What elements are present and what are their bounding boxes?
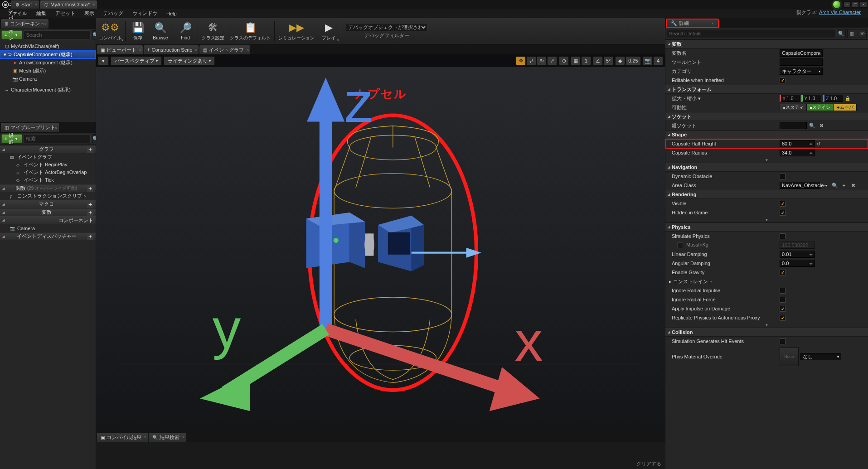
visible-checkbox[interactable] <box>780 201 786 207</box>
tab-find-results[interactable]: 🔍 結果検索 × <box>149 433 186 442</box>
area-class-dropdown[interactable]: NavArea_Obstacle <box>780 182 820 189</box>
class-defaults-button[interactable]: 📋 クラスのデフォルト <box>227 18 273 44</box>
bp-item-beginplay[interactable]: ◇ イベント BeginPlay <box>0 161 96 169</box>
tab-construction[interactable]: ƒ Construction Scrip × <box>144 45 199 54</box>
search-socket-icon[interactable]: 🔍 <box>809 122 816 129</box>
variable-name-input[interactable] <box>780 49 823 57</box>
view-options-icon[interactable]: 👁 <box>858 29 867 38</box>
save-button[interactable]: 💾 保存 <box>126 18 149 44</box>
close-icon[interactable]: × <box>35 2 37 7</box>
sim-hit-events-checkbox[interactable] <box>780 338 786 344</box>
bp-section-macros[interactable]: マクロ+ <box>0 200 96 208</box>
bp-section-dispatchers[interactable]: イベントディスパッチャー+ <box>0 232 96 240</box>
find-button[interactable]: 🔎 Find <box>174 18 197 44</box>
bp-item-camera[interactable]: 📷 Camera <box>0 224 96 232</box>
menu-view[interactable]: 表示 <box>80 10 99 17</box>
category-navigation[interactable]: Navigation <box>665 163 868 172</box>
category-transform[interactable]: トランスフォーム <box>665 85 868 94</box>
simulate-physics-checkbox[interactable] <box>780 233 786 239</box>
add-dispatcher-icon[interactable]: + <box>87 233 93 240</box>
ignore-radial-impulse-checkbox[interactable] <box>780 288 786 294</box>
tooltip-input[interactable] <box>780 58 823 66</box>
tab-viewport[interactable]: ▣ ビューポート × <box>97 45 143 54</box>
component-movement[interactable]: ↔ CharacterMovement (継承) <box>0 86 96 94</box>
tab-eventgraph[interactable]: ▤ イベントグラフ × <box>199 45 250 54</box>
menu-window[interactable]: ウィンドウ <box>128 10 162 17</box>
category-variable[interactable]: 変数 <box>665 39 868 48</box>
use-selected-icon[interactable]: ← <box>822 182 829 189</box>
bp-item-tick[interactable]: ◇ イベント Tick <box>0 176 96 184</box>
component-arrow[interactable]: ➤ ArrowComponent (継承) <box>0 58 96 67</box>
dynamic-obstacle-checkbox[interactable] <box>780 174 786 179</box>
ignore-radial-force-checkbox[interactable] <box>780 297 786 303</box>
category-shape[interactable]: Shape <box>665 130 868 139</box>
close-icon[interactable]: × <box>247 48 249 52</box>
replicate-physics-checkbox[interactable] <box>780 315 786 321</box>
category-dropdown[interactable]: キャラクター <box>780 68 823 75</box>
bp-section-variables[interactable]: 変数+ <box>0 208 96 216</box>
editable-inherited-checkbox[interactable] <box>780 77 786 83</box>
expand-physics-icon[interactable]: ▼ <box>665 322 868 328</box>
myblueprint-panel-tab[interactable]: ◫ マイブループリント × <box>1 123 59 133</box>
component-capsule[interactable]: ▾ ⬭ CapsuleComponent (継承) <box>0 50 96 58</box>
mobility-movable[interactable]: ✦ ムーバ <box>834 104 856 111</box>
bp-section-graphs[interactable]: グラフ+ <box>0 145 96 153</box>
close-icon[interactable]: × <box>93 2 95 7</box>
tab-compile-results[interactable]: ▣ コンパイル結果 × <box>97 433 148 442</box>
mobility-stationary[interactable]: ● ステイシ <box>807 104 834 111</box>
clear-asset-icon[interactable]: ✖ <box>849 182 857 189</box>
search-blueprint-input[interactable] <box>24 134 91 143</box>
apply-impulse-damage-checkbox[interactable] <box>780 306 786 312</box>
add-macro-icon[interactable]: + <box>87 201 93 208</box>
minimize-button[interactable]: – <box>844 1 851 8</box>
browse-button[interactable]: 🔍 Browse <box>149 18 172 44</box>
scale-z-input[interactable]: Z1.0 <box>823 95 843 102</box>
window-tab-asset[interactable]: ⬡ MyArchVisChara* × <box>40 0 97 9</box>
add-function-icon[interactable]: + <box>87 185 93 192</box>
close-icon[interactable]: × <box>139 48 141 52</box>
compile-button[interactable]: ⚙⚙ コンパイル <box>96 18 124 44</box>
menu-help[interactable]: Help <box>162 11 181 16</box>
expand-rendering-icon[interactable]: ▼ <box>665 217 868 222</box>
scale-x-input[interactable]: X1.0 <box>780 95 800 102</box>
label-scale[interactable]: 拡大・縮小 ▾ <box>669 95 780 102</box>
phys-material-thumbnail[interactable]: None <box>780 347 799 366</box>
category-rendering[interactable]: Rendering <box>665 190 868 199</box>
lock-icon[interactable]: 🔒 <box>845 96 850 101</box>
close-icon[interactable]: × <box>44 22 47 26</box>
details-panel-tab[interactable]: 🔧 詳細 × <box>666 19 718 28</box>
component-self[interactable]: ⬡ MyArchVisChara(self) <box>0 42 96 50</box>
parent-socket-input[interactable] <box>780 122 807 129</box>
linear-damping-input[interactable]: 0.01◂▸ <box>780 251 815 258</box>
menu-debug[interactable]: デバッグ <box>99 10 128 17</box>
add-new-button[interactable]: 新規追加 <box>1 134 22 143</box>
viewport[interactable]: ▾ パースペクティブ ライティングあり ✥ ⇄ ↻ ⤢ ⊕ ▦ <box>96 54 665 432</box>
add-graph-icon[interactable]: + <box>87 146 93 153</box>
add-variable-icon[interactable]: + <box>87 209 93 216</box>
components-panel-tab[interactable]: ⊞ コンポーネント × <box>1 19 48 29</box>
bp-item-construction[interactable]: ƒ コンストラクションスクリプト <box>0 192 96 200</box>
search-icon[interactable]: 🔍 <box>837 29 846 38</box>
enable-gravity-checkbox[interactable] <box>780 270 786 276</box>
mobility-static[interactable]: ● スタティ <box>780 104 807 111</box>
hidden-in-game-checkbox[interactable] <box>780 210 786 216</box>
maximize-button[interactable]: ▢ <box>852 1 859 8</box>
category-sockets[interactable]: ソケット <box>665 112 868 121</box>
debug-object-select[interactable]: デバッグオブジェクトが選択されていません <box>346 23 427 31</box>
component-camera[interactable]: 📷 Camera <box>0 75 96 83</box>
class-settings-button[interactable]: 🛠 クラス設定 <box>199 18 227 44</box>
reset-to-default-icon[interactable]: ↺ <box>817 141 820 146</box>
parent-class-link[interactable]: Arch Vis Character <box>819 10 861 15</box>
play-button[interactable]: ▶ プレイ <box>317 18 340 44</box>
phys-material-dropdown[interactable]: なし <box>800 353 841 360</box>
component-mesh[interactable]: ▣ Mesh (継承) <box>0 67 96 75</box>
close-icon[interactable]: × <box>55 126 57 130</box>
close-icon[interactable]: × <box>182 435 184 440</box>
clear-results-button[interactable]: クリアする <box>636 460 661 467</box>
clear-socket-icon[interactable]: ✖ <box>818 122 825 129</box>
mobility-selector[interactable]: ● スタティ ● ステイシ ✦ ムーバ <box>780 104 857 111</box>
search-components-input[interactable] <box>24 30 91 39</box>
label-constraints[interactable]: ▸ コンストレイント <box>669 278 780 285</box>
expand-shape-icon[interactable]: ▼ <box>665 157 868 163</box>
category-physics[interactable]: Physics <box>665 222 868 232</box>
